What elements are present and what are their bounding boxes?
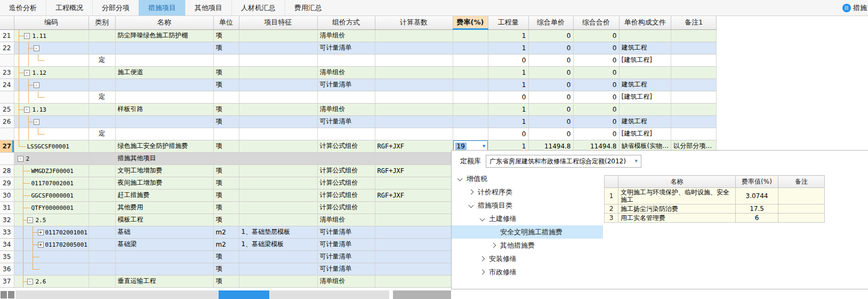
- cell-total-price[interactable]: 0: [573, 29, 619, 42]
- scrollbar-segment[interactable]: [393, 290, 451, 299]
- column-header-method[interactable]: 组价方式: [317, 16, 375, 29]
- row-number-cell[interactable]: [0, 152, 14, 164]
- expand-plus-icon[interactable]: +: [38, 242, 44, 248]
- cell-price-file[interactable]: [619, 103, 671, 115]
- chevron-collapsed-icon[interactable]: [480, 270, 485, 275]
- cell-calc-base[interactable]: [375, 128, 453, 140]
- cell-class[interactable]: [89, 78, 115, 91]
- cell-pricing-method[interactable]: 计算公式组价: [317, 189, 375, 201]
- cell-class[interactable]: [89, 42, 115, 54]
- cell-feature[interactable]: [239, 54, 317, 66]
- column-header-cls[interactable]: 类别: [89, 16, 115, 29]
- row-number-cell[interactable]: [0, 54, 14, 66]
- cell-code[interactable]: QTFY00000001: [14, 201, 89, 214]
- rate-row-value[interactable]: 17.5: [736, 204, 778, 214]
- cell-total-price[interactable]: 0: [573, 103, 619, 115]
- cell-code[interactable]: -2.5: [14, 214, 89, 226]
- tab-1[interactable]: 造价分析: [0, 0, 46, 15]
- row-number-cell[interactable]: 33: [0, 226, 14, 238]
- cell-code[interactable]: [14, 91, 89, 103]
- collapse-minus-icon[interactable]: -: [34, 82, 39, 88]
- tab-7[interactable]: 费用汇总: [285, 0, 331, 15]
- cell-unit[interactable]: 项: [213, 250, 239, 263]
- cell-calc-base[interactable]: [375, 66, 453, 78]
- cell-feature[interactable]: [239, 29, 317, 42]
- cell-rate[interactable]: [453, 103, 488, 115]
- cell-name[interactable]: [115, 54, 213, 66]
- cell-unit-price[interactable]: 0: [528, 42, 573, 54]
- column-header-qty[interactable]: 工程量: [488, 16, 528, 29]
- row-number-cell[interactable]: 30: [0, 189, 14, 201]
- cell-class[interactable]: [89, 164, 115, 177]
- cell-name[interactable]: 防尘降噪绿色施工防护棚: [115, 29, 213, 42]
- cell-pricing-method[interactable]: 清单组价: [317, 214, 375, 226]
- cell-calc-base[interactable]: [375, 226, 453, 238]
- cell-price-file[interactable]: 建筑工程: [619, 78, 671, 91]
- cell-feature[interactable]: [239, 66, 317, 78]
- column-header-file[interactable]: 单价构成文件: [619, 16, 671, 29]
- cell-name[interactable]: [115, 91, 213, 103]
- cell-unit[interactable]: m2: [213, 226, 239, 238]
- column-header-feat[interactable]: 项目特征: [239, 16, 317, 29]
- cell-unit[interactable]: [213, 128, 239, 140]
- tree-item-node[interactable]: 安装修缮: [452, 252, 603, 265]
- cell-feature[interactable]: [239, 275, 317, 287]
- cell-class[interactable]: [89, 152, 115, 164]
- cell-calc-base[interactable]: [375, 263, 453, 275]
- cell-calc-base[interactable]: RGF+JXF: [375, 189, 453, 201]
- cell-quantity[interactable]: 0: [488, 54, 528, 66]
- cell-unit[interactable]: 项: [213, 164, 239, 177]
- cell-name[interactable]: 措施其他项目: [115, 152, 213, 164]
- cell-calc-base[interactable]: RGF+JXF: [375, 164, 453, 177]
- cell-unit[interactable]: 项: [213, 275, 239, 287]
- cell-unit[interactable]: 项: [213, 115, 239, 128]
- cell-code[interactable]: GGCSF0000001: [14, 189, 89, 201]
- rate-row-value[interactable]: 3.0744: [736, 188, 778, 204]
- cell-rate[interactable]: [453, 54, 488, 66]
- cell-pricing-method[interactable]: 清单组价: [317, 66, 375, 78]
- cell-name[interactable]: 垂直运输工程: [115, 275, 213, 287]
- column-header-total[interactable]: 综合合价: [573, 16, 619, 29]
- collapse-minus-icon[interactable]: -: [24, 70, 30, 76]
- cell-code[interactable]: +011702005001: [14, 238, 89, 250]
- cell-class[interactable]: [89, 238, 115, 250]
- cell-unit[interactable]: [213, 152, 239, 164]
- cell-note[interactable]: [671, 103, 717, 115]
- cell-code[interactable]: [14, 54, 89, 66]
- cell-class[interactable]: [89, 201, 115, 214]
- cell-total-price[interactable]: 0: [573, 115, 619, 128]
- row-number-cell[interactable]: 22: [0, 42, 14, 54]
- row-number-cell[interactable]: 35: [0, 250, 14, 263]
- cell-code[interactable]: +011702001001: [14, 226, 89, 238]
- column-header-rate[interactable]: 费率(%): [453, 16, 488, 29]
- cell-calc-base[interactable]: [375, 201, 453, 214]
- quota-library-select[interactable]: 广东省房屋建筑和市政修缮工程综合定额(2012) ▼: [486, 155, 641, 168]
- cell-quantity[interactable]: 1: [488, 42, 528, 54]
- cell-pricing-method[interactable]: 可计量清单: [317, 42, 375, 54]
- cell-unit[interactable]: 项: [213, 201, 239, 214]
- cell-rate[interactable]: [453, 91, 488, 103]
- cell-feature[interactable]: [239, 78, 317, 91]
- cell-class[interactable]: 定: [89, 128, 115, 140]
- collapse-minus-icon[interactable]: -: [27, 279, 33, 285]
- rate-row-index[interactable]: 1: [605, 188, 618, 204]
- row-number-cell[interactable]: [0, 91, 14, 103]
- cell-feature[interactable]: [239, 164, 317, 177]
- cell-pricing-method[interactable]: [317, 128, 375, 140]
- dropdown-arrow-icon[interactable]: ▼: [483, 144, 485, 148]
- cell-quantity[interactable]: 1: [488, 29, 528, 42]
- cell-unit-price[interactable]: 0: [528, 54, 573, 66]
- cell-pricing-method[interactable]: 计算公式组价: [317, 177, 375, 189]
- cell-name[interactable]: [115, 250, 213, 263]
- rate-row-index[interactable]: 3: [605, 214, 618, 223]
- cell-feature[interactable]: 1、基础垫层模板: [239, 226, 317, 238]
- cell-name[interactable]: 基础梁: [115, 238, 213, 250]
- cell-class[interactable]: [89, 214, 115, 226]
- cell-calc-base[interactable]: [375, 29, 453, 42]
- cell-pricing-method[interactable]: 计算公式组价: [317, 140, 375, 152]
- cell-code[interactable]: [14, 263, 89, 275]
- cell-note[interactable]: [671, 78, 717, 91]
- column-header-note[interactable]: 备注1: [671, 16, 717, 29]
- cell-rate[interactable]: [453, 78, 488, 91]
- cell-price-file[interactable]: 建筑工程: [619, 115, 671, 128]
